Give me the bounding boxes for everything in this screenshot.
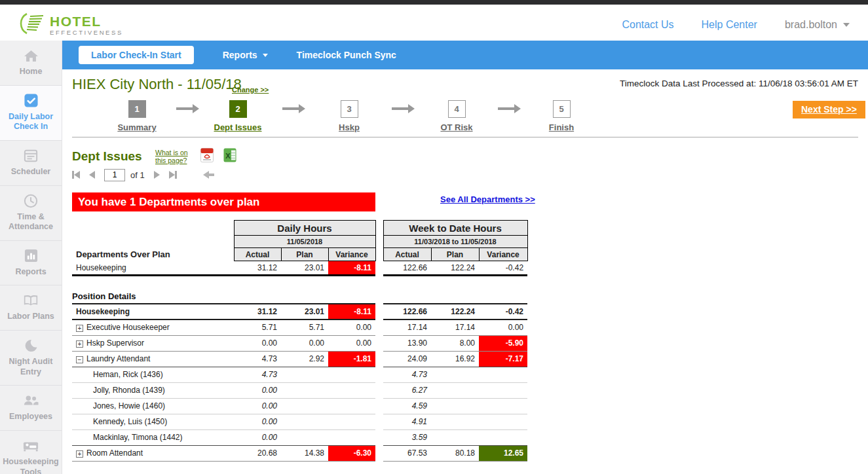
back-arrow-icon[interactable] <box>203 171 214 179</box>
nav-item-timeclock-punch-sync[interactable]: Timeclock Punch Sync <box>297 50 396 60</box>
first-page-button[interactable] <box>72 171 80 179</box>
expand-plus-icon[interactable]: + <box>76 450 83 458</box>
cell-value: 0.00 <box>328 319 375 335</box>
cell-value <box>328 429 375 445</box>
column-gap <box>375 248 383 261</box>
cell-value: 0.00 <box>281 335 328 351</box>
daily-date-header: 11/05/2018 <box>234 236 375 248</box>
arrow-right-icon <box>392 107 409 110</box>
hotel-effectiveness-logo[interactable]: HOTEL EFFECTIVENESS <box>17 10 123 39</box>
sidebar-item-night-audit-entry[interactable]: Night AuditEntry <box>0 331 62 386</box>
user-menu[interactable]: brad.bolton <box>785 19 850 31</box>
cell-value <box>431 414 479 429</box>
table-row: Mackinlay, Timona (1442)0.003.59 <box>72 429 527 445</box>
position-name: +Executive Housekeeper <box>72 319 234 335</box>
wizard-step-finish[interactable]: 5Finish <box>522 100 601 132</box>
table-row: Kennedy, Luis (1450)0.004.91 <box>72 414 527 429</box>
table-row: +Executive Housekeeper5.715.710.0017.141… <box>72 319 527 335</box>
sidebar-item-label: Time &Attendance <box>2 212 60 232</box>
wizard-step-hskp[interactable]: 3Hskp <box>310 100 388 132</box>
wizard-step-label[interactable]: Dept Issues <box>198 122 277 132</box>
sidebar-item-housekeeping-tools[interactable]: HousekeepingTools <box>0 431 62 474</box>
column-header: Actual <box>383 248 431 261</box>
cell-value: -5.90 <box>479 335 527 351</box>
wizard-step-summary[interactable]: 1Summary <box>98 100 176 132</box>
people-icon <box>2 393 60 409</box>
position-details-table: Housekeeping31.1223.01-8.11122.66122.24-… <box>72 303 527 462</box>
wizard-step-number: 2 <box>229 100 247 118</box>
page-number-input[interactable] <box>104 169 125 181</box>
next-page-button[interactable] <box>154 171 160 179</box>
wizard-step-label[interactable]: Finish <box>522 122 601 132</box>
sidebar-item-label: Daily LaborCheck In <box>2 112 60 132</box>
last-page-button[interactable] <box>169 171 177 179</box>
sidebar-item-employees[interactable]: Employees <box>0 386 62 431</box>
column-gap <box>375 221 383 236</box>
expand-plus-icon[interactable]: + <box>76 340 83 348</box>
sidebar: HomeDaily LaborCheck InSchedulerTime &At… <box>0 41 62 474</box>
page-count-label: of 1 <box>130 170 145 180</box>
column-gap <box>375 319 383 335</box>
sidebar-item-time-attendance[interactable]: Time &Attendance <box>0 186 62 241</box>
wizard-step-number: 4 <box>448 100 466 118</box>
book-icon <box>2 293 60 308</box>
home-icon <box>2 48 60 64</box>
cell-value: 0.00 <box>234 414 281 429</box>
main-content: HIEX City North - 11/05/18 Change >> Tim… <box>62 69 868 474</box>
cell-value <box>479 429 527 445</box>
expand-plus-icon[interactable]: + <box>76 325 83 332</box>
moon-icon <box>2 338 60 354</box>
previous-page-button[interactable] <box>89 171 95 179</box>
cell-value <box>431 429 479 445</box>
logo-line2: EFFECTIVENESS <box>50 29 123 36</box>
nav-item-labor-check-in-start[interactable]: Labor Check-In Start <box>79 46 194 64</box>
sidebar-item-home[interactable]: Home <box>0 41 62 86</box>
spacer-cell <box>72 221 234 236</box>
cell-value: 122.24 <box>431 261 479 276</box>
collapse-minus-icon[interactable]: − <box>76 356 83 363</box>
table-row: Heman, Rick (1436)4.734.73 <box>72 367 527 382</box>
change-property-link[interactable]: Change >> <box>232 86 269 94</box>
cell-value: 17.14 <box>383 319 431 335</box>
table-row: Departments Over PlanActualPlanVarianceA… <box>72 248 527 261</box>
department-name: Housekeeping <box>72 261 234 276</box>
bed-icon <box>2 438 60 454</box>
sidebar-item-labor-plans[interactable]: Labor Plans <box>0 285 62 331</box>
sidebar-item-label: Labor Plans <box>2 312 60 322</box>
pdf-export-icon[interactable] <box>200 148 214 165</box>
table-row: Jones, Howie (1460)0.004.59 <box>72 398 527 414</box>
cell-value: 8.00 <box>431 335 479 351</box>
sidebar-item-label: HousekeepingTools <box>2 457 60 474</box>
over-plan-alert-banner: You have 1 Departments over plan <box>72 192 375 211</box>
what-is-on-this-page-link[interactable]: What is on this page? <box>155 149 188 164</box>
nav-item-reports[interactable]: Reports <box>223 50 268 60</box>
next-step-button[interactable]: Next Step >> <box>793 101 865 119</box>
sidebar-item-label: Home <box>2 67 60 77</box>
excel-export-icon[interactable]: X <box>223 148 236 165</box>
see-all-departments-link[interactable]: See All Departments >> <box>440 194 535 204</box>
cell-value: -8.11 <box>328 304 375 319</box>
cell-value <box>281 382 328 398</box>
wizard-step-ot-risk[interactable]: 4OT Risk <box>417 100 496 132</box>
cell-value <box>479 398 527 414</box>
wizard-step-dept-issues[interactable]: 2Dept Issues <box>198 100 277 132</box>
cell-value <box>281 414 328 429</box>
wizard-step-label[interactable]: OT Risk <box>417 122 496 132</box>
wizard-step-label[interactable]: Summary <box>98 122 176 132</box>
username: brad.bolton <box>785 19 837 31</box>
page-title: HIEX City North - 11/05/18 <box>72 76 242 93</box>
sidebar-item-reports[interactable]: Reports <box>0 241 62 286</box>
cell-value: 5.71 <box>281 319 328 335</box>
sidebar-item-daily-labor-check-in[interactable]: Daily LaborCheck In <box>0 86 62 141</box>
contact-us-link[interactable]: Contact Us <box>622 19 673 31</box>
timeclock-processed-status: Timeclock Data Last Processed at: 11/06/… <box>620 79 858 88</box>
position-name: +Hskp Supervisor <box>72 335 234 351</box>
cell-value: 14.38 <box>281 445 328 461</box>
cell-value: 17.14 <box>431 319 479 335</box>
sidebar-item-scheduler[interactable]: Scheduler <box>0 141 62 186</box>
help-center-link[interactable]: Help Center <box>702 19 757 31</box>
cell-value <box>479 367 527 382</box>
wizard-step-label[interactable]: Hskp <box>310 122 388 132</box>
calendar-icon <box>2 148 60 164</box>
cell-value <box>479 414 527 429</box>
